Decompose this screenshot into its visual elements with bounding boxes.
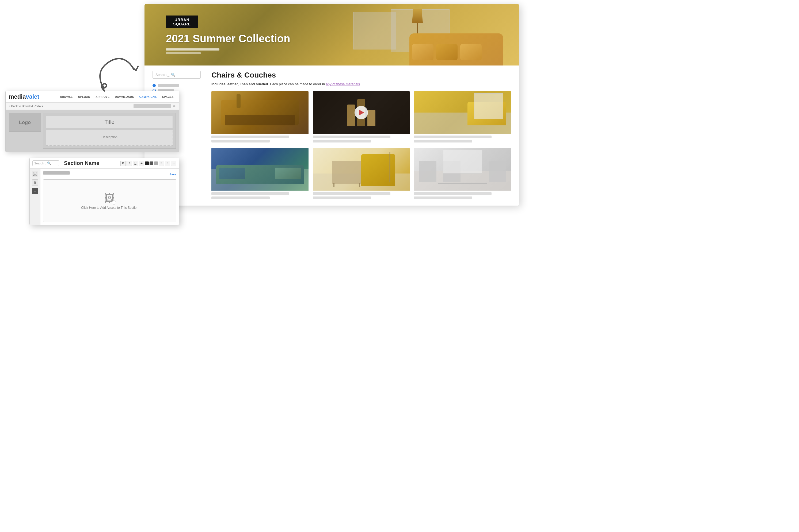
asset-card-2[interactable] <box>313 91 410 144</box>
asset-card-5[interactable] <box>313 148 410 200</box>
portal-description: Includes leather, linen and sueded. Each… <box>212 81 511 87</box>
asset-label-5b <box>313 196 371 199</box>
nav-approve[interactable]: APPROVE <box>93 94 112 99</box>
filter-radio-1[interactable] <box>152 84 156 87</box>
asset-thumb-1 <box>212 91 309 134</box>
portal-right-col: Chairs & Couches Includes leather, linen… <box>212 71 511 200</box>
play-triangle-2 <box>359 110 364 115</box>
mv-toolbar: B I U S ≡ ≡ … <box>121 161 176 166</box>
mv-bottom-editor-panel: Search... 🔍 Section Name B I U S ≡ ≡ … 🖼… <box>30 158 179 225</box>
mv-nav-items: BROWSE UPLOAD APPROVE DOWNLOADS CAMPAIGN… <box>58 94 176 99</box>
asset-label-3a <box>414 135 492 138</box>
more-options-button[interactable]: … <box>171 161 176 166</box>
nav-browse[interactable]: BROWSE <box>58 94 75 99</box>
desc-link[interactable]: any of these materials <box>326 82 360 86</box>
asset-label-4b <box>212 196 270 199</box>
sofa-cushion-1 <box>412 44 434 60</box>
filter-item-1 <box>152 84 206 87</box>
portal-hero-bar2 <box>166 52 201 54</box>
portal-asset-grid <box>212 91 511 200</box>
portal-search-icon: 🔍 <box>171 73 175 77</box>
asset-label-1a <box>212 135 289 138</box>
image-icon[interactable]: 🖼 <box>32 171 38 177</box>
strikethrough-button[interactable]: S <box>139 161 144 166</box>
nav-spaces[interactable]: SPACES <box>160 94 176 99</box>
title-area: Title Description <box>43 113 176 149</box>
italic-button[interactable]: I <box>127 161 132 166</box>
portal-brand-logo: URBAN SQUARE <box>166 16 198 28</box>
portal-hero-bar1 <box>166 49 219 51</box>
play-overlay-2 <box>355 106 368 119</box>
nav-campaigns[interactable]: CAMPAIGNS <box>137 94 159 99</box>
edit-icon[interactable]: ✏ <box>173 104 176 108</box>
mv-logo-text: mediavalet <box>9 93 39 100</box>
nav-upload[interactable]: UPLOAD <box>76 94 92 99</box>
bold-button[interactable]: B <box>121 161 126 166</box>
logo-placeholder[interactable]: Logo <box>9 113 41 132</box>
asset-label-3b <box>414 140 472 142</box>
asset-label-6a <box>414 192 492 195</box>
drop-zone-label: Click Here to Add Assets to This Section <box>81 206 138 210</box>
asset-drop-zone[interactable]: 🖼 + Click Here to Add Assets to This Sec… <box>43 179 176 222</box>
back-to-portals-link[interactable]: Back to Branded Portals <box>9 104 43 108</box>
asset-label-6b <box>414 196 472 199</box>
section-name-title: Section Name <box>61 160 118 166</box>
desc-rest: Each piece can be made to order in <box>270 82 326 86</box>
mv-header-row: Logo Title Description <box>9 113 176 149</box>
portal-search-box[interactable]: Search _ 🔍 <box>152 71 201 79</box>
asset-card-1[interactable] <box>212 91 309 144</box>
asset-label-5a <box>313 192 391 195</box>
portal-content: Search _ 🔍 <box>145 65 519 206</box>
portal-hero: URBAN SQUARE 2021 Summer Collection <box>145 4 519 65</box>
asset-label-4a <box>212 192 289 195</box>
align-center-button[interactable]: ≡ <box>165 161 170 166</box>
desc-box[interactable]: Description <box>46 130 173 146</box>
asset-card-3[interactable] <box>414 91 511 144</box>
search-icon: 🔍 <box>47 162 51 165</box>
desc-end: . <box>361 82 362 86</box>
hero-sofa-area <box>410 17 503 65</box>
search-text: Search... <box>34 162 46 165</box>
mv-main-content: Save 🖼 + Click Here to Add Assets to Thi… <box>40 169 179 225</box>
sofa-cushion-2 <box>436 44 457 60</box>
asset-label-1b <box>212 140 270 142</box>
portal-search-row: Search _ 🔍 <box>152 71 206 79</box>
mv-left-sidebar: 🖼 🗑 + <box>30 169 40 225</box>
asset-thumb-3 <box>414 91 511 134</box>
asset-thumb-4 <box>212 148 309 191</box>
asset-label-2b <box>313 140 371 142</box>
align-left-button[interactable]: ≡ <box>159 161 164 166</box>
asset-thumb-2 <box>313 91 410 134</box>
save-button[interactable]: Save <box>169 173 176 176</box>
color-light-gray[interactable] <box>154 162 158 165</box>
desc-bold: Includes leather, linen and sueded. <box>212 82 269 86</box>
color-gray[interactable] <box>149 162 153 165</box>
content-placeholder-bar <box>43 171 70 175</box>
portal-search-text: Search _ <box>156 73 169 77</box>
mv-bottom-top: Search... 🔍 Section Name B I U S ≡ ≡ … <box>30 158 179 169</box>
title-box[interactable]: Title <box>46 116 173 128</box>
mv-search-input[interactable]: Search... 🔍 <box>32 160 59 166</box>
color-black[interactable] <box>145 162 149 165</box>
mv-navbar: mediavalet BROWSE UPLOAD APPROVE DOWNLOA… <box>6 91 179 103</box>
trash-icon[interactable]: 🗑 <box>32 179 38 186</box>
sofa-cushion-3 <box>460 44 482 60</box>
portal-main-row: Search _ 🔍 <box>152 71 511 200</box>
asset-card-6[interactable] <box>414 148 511 200</box>
portal-section-title: Chairs & Couches <box>212 71 511 79</box>
mv-bottom-content: 🖼 🗑 + Save 🖼 + Click Here to Add Assets … <box>30 169 179 225</box>
drop-plus-icon: + <box>112 201 116 205</box>
asset-thumb-6 <box>414 148 511 191</box>
asset-thumb-5 <box>313 148 410 191</box>
mv-logo: mediavalet <box>9 93 39 100</box>
mv-back-bar: Back to Branded Portals ✏ <box>6 103 179 110</box>
mediavalet-editor-panel: mediavalet BROWSE UPLOAD APPROVE DOWNLOA… <box>5 91 179 152</box>
nav-downloads[interactable]: DOWNLOADS <box>113 94 136 99</box>
mv-editor-area: Logo Title Description <box>6 110 179 152</box>
add-section-button[interactable]: + <box>32 188 38 194</box>
drop-icon-container: 🖼 + <box>104 192 115 204</box>
asset-card-4[interactable] <box>212 148 309 200</box>
underline-button[interactable]: U <box>133 161 138 166</box>
asset-label-2a <box>313 135 391 138</box>
portal-name-bar <box>133 104 171 108</box>
